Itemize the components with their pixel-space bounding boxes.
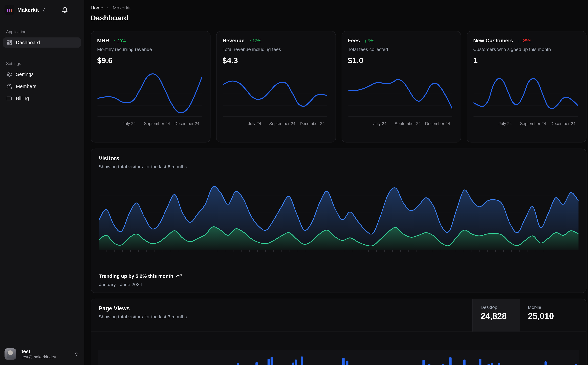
users-icon: [7, 84, 12, 89]
bar: [450, 357, 452, 365]
page-title: Dashboard: [91, 14, 586, 22]
trend-badge-up: ↑ 12%: [249, 39, 261, 43]
mrr-sparkline-chart[interactable]: [97, 70, 202, 118]
stat-subtitle: Customers who signed up this month: [473, 47, 580, 52]
bar: [292, 363, 294, 365]
stat-title: New Customers: [473, 37, 513, 43]
bar: [463, 359, 466, 365]
new-customers-sparkline-chart[interactable]: [474, 70, 578, 118]
stat-cards-row: MRR ↑ 20% Monthly recurring revenue $9.6…: [91, 31, 586, 142]
bar: [491, 363, 493, 365]
trend-badge-down: ↓ -25%: [518, 39, 531, 43]
stat-value: 1: [473, 56, 580, 65]
stat-value: $4.3: [222, 56, 329, 65]
sidebar-nav: Application Dashboard Settings Settings …: [0, 20, 84, 104]
revenue-sparkline-chart[interactable]: [223, 70, 327, 118]
nav-section-application: Application: [3, 29, 81, 34]
x-axis-labels: July 24 September 24 December 24: [473, 121, 580, 127]
stat-title: Fees: [348, 37, 360, 43]
x-axis-labels: July 24 September 24 December 24: [222, 121, 329, 127]
visitors-footer: Trending up by 5.2% this month January -…: [99, 273, 182, 287]
bar: [442, 364, 445, 365]
credit-card-icon: [7, 96, 12, 101]
chevrons-up-down-icon[interactable]: [42, 8, 46, 12]
main-content: Home Makerkit Dashboard MRR ↑ 20% Monthl…: [84, 0, 588, 365]
sidebar-item-label: Billing: [16, 96, 29, 101]
sidebar-item-label: Members: [16, 84, 36, 89]
x-axis-labels: July 24 September 24 December 24: [348, 121, 455, 127]
bar: [237, 363, 239, 365]
bar: [428, 364, 431, 365]
visitors-subtitle: Showing total visitors for the last 6 mo…: [99, 164, 578, 169]
breadcrumb-current[interactable]: Makerkit: [113, 5, 131, 11]
bar: [295, 359, 297, 365]
workspace-selector[interactable]: m Makerkit: [0, 0, 84, 20]
visitors-date-range: January - June 2024: [99, 282, 182, 287]
sidebar: m Makerkit Application Dashboard Setting…: [0, 0, 84, 365]
visitors-card: Visitors Showing total visitors for the …: [91, 148, 586, 293]
stat-title: MRR: [97, 37, 109, 43]
bar: [301, 356, 303, 365]
bar: [575, 364, 577, 365]
chevron-right-icon: [106, 6, 110, 10]
bar: [498, 363, 500, 365]
stat-card-new-customers: New Customers ↓ -25% Customers who signe…: [467, 31, 587, 142]
page-views-subtitle: Showing total visitors for the last 3 mo…: [99, 314, 465, 320]
sidebar-item-settings[interactable]: Settings: [3, 69, 81, 79]
trend-badge-up: ↑ 20%: [114, 39, 126, 43]
breadcrumb-home-link[interactable]: Home: [91, 5, 103, 11]
page-views-card: Page Views Showing total visitors for th…: [91, 299, 586, 365]
sidebar-item-label: Settings: [16, 71, 34, 77]
bar: [346, 361, 348, 365]
visitors-area-chart[interactable]: [99, 176, 578, 250]
notifications-bell-icon[interactable]: [62, 7, 68, 13]
toggle-mobile[interactable]: Mobile 25,010: [519, 299, 586, 331]
stat-card-mrr: MRR ↑ 20% Monthly recurring revenue $9.6…: [91, 31, 210, 142]
bar: [256, 362, 258, 365]
workspace-name[interactable]: Makerkit: [17, 7, 39, 13]
toggle-desktop[interactable]: Desktop 24,828: [472, 299, 520, 331]
gear-icon: [7, 71, 12, 77]
bar: [487, 364, 490, 365]
page-views-bar-chart[interactable]: [99, 332, 578, 365]
sidebar-item-members[interactable]: Members: [3, 81, 81, 91]
fees-sparkline-chart[interactable]: [348, 70, 452, 118]
sidebar-item-dashboard[interactable]: Dashboard: [3, 37, 81, 48]
sidebar-item-label: Dashboard: [16, 40, 40, 45]
user-email: test@makerkit.dev: [21, 354, 56, 359]
sidebar-item-billing[interactable]: Billing: [3, 93, 81, 104]
stat-title: Revenue: [222, 37, 244, 43]
page-views-title: Page Views: [99, 305, 465, 312]
trending-up-icon: [176, 273, 182, 279]
stat-value: $9.6: [97, 56, 204, 65]
app-window: m Makerkit Application Dashboard Setting…: [0, 0, 588, 365]
makerkit-logo: m: [5, 5, 14, 15]
stat-subtitle: Total fees collected: [348, 47, 455, 52]
desktop-label: Desktop: [481, 305, 519, 310]
stat-subtitle: Monthly recurring revenue: [97, 47, 204, 52]
bar: [270, 357, 273, 365]
stat-card-revenue: Revenue ↑ 12% Total revenue including fe…: [216, 31, 336, 142]
bar: [479, 359, 482, 365]
bar: [422, 360, 425, 365]
mobile-label: Mobile: [528, 305, 586, 310]
bar: [342, 358, 345, 365]
page-views-header: Page Views Showing total visitors for th…: [91, 299, 586, 332]
bar: [545, 361, 547, 365]
chevrons-up-down-icon[interactable]: [74, 352, 79, 356]
dashboard-grid-icon: [7, 40, 12, 45]
user-name: test: [21, 348, 56, 354]
bar: [268, 359, 270, 365]
user-menu[interactable]: test test@makerkit.dev: [0, 344, 84, 365]
trend-badge-up: ↑ 9%: [364, 39, 374, 43]
mobile-count: 25,010: [528, 311, 586, 321]
avatar: [5, 348, 16, 360]
desktop-count: 24,828: [481, 311, 519, 321]
breadcrumb: Home Makerkit: [91, 5, 586, 11]
nav-section-settings: Settings: [3, 61, 81, 66]
x-axis-ticks: [99, 250, 578, 252]
stat-value: $1.0: [348, 56, 455, 65]
x-axis-labels: July 24 September 24 December 24: [97, 121, 204, 127]
visitors-title: Visitors: [99, 155, 578, 161]
stat-subtitle: Total revenue including fees: [222, 47, 329, 52]
